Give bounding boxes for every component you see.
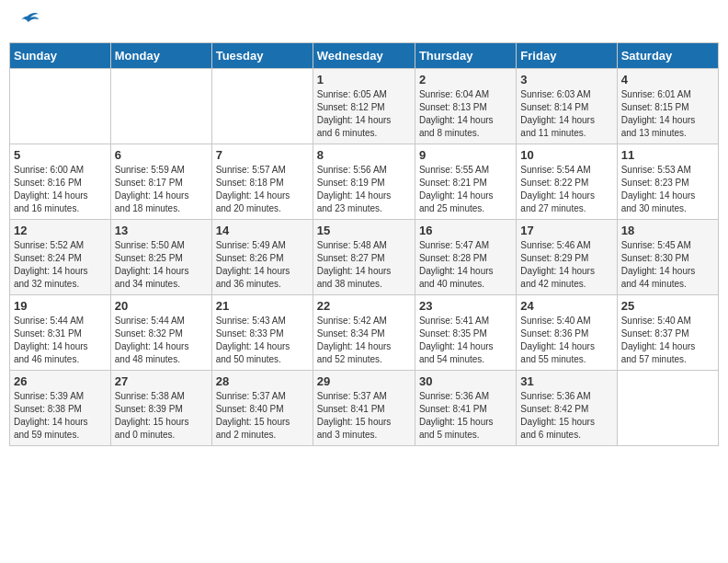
- day-number: 28: [216, 374, 309, 388]
- day-info: Sunrise: 6:05 AM Sunset: 8:12 PM Dayligh…: [317, 88, 411, 140]
- day-info: Sunrise: 5:44 AM Sunset: 8:31 PM Dayligh…: [14, 315, 107, 366]
- calendar-cell: 3Sunrise: 6:03 AM Sunset: 8:14 PM Daylig…: [517, 69, 617, 144]
- day-info: Sunrise: 5:38 AM Sunset: 8:39 PM Dayligh…: [115, 390, 208, 442]
- col-header-monday: Monday: [110, 43, 211, 69]
- day-info: Sunrise: 6:00 AM Sunset: 8:16 PM Dayligh…: [14, 164, 107, 215]
- day-number: 12: [14, 224, 107, 237]
- day-info: Sunrise: 6:04 AM Sunset: 8:13 PM Dayligh…: [419, 88, 512, 140]
- calendar-table: SundayMondayTuesdayWednesdayThursdayFrid…: [9, 42, 719, 446]
- logo-text: [13, 9, 40, 35]
- day-number: 31: [520, 374, 612, 388]
- day-info: Sunrise: 5:57 AM Sunset: 8:18 PM Dayligh…: [216, 164, 309, 215]
- day-number: 5: [14, 148, 107, 162]
- calendar-cell: 24Sunrise: 5:40 AM Sunset: 8:36 PM Dayli…: [517, 295, 617, 371]
- calendar-cell: 17Sunrise: 5:46 AM Sunset: 8:29 PM Dayli…: [517, 220, 617, 295]
- day-number: 15: [317, 224, 411, 237]
- calendar-cell: 10Sunrise: 5:54 AM Sunset: 8:22 PM Dayli…: [517, 144, 617, 220]
- day-number: 10: [520, 148, 612, 162]
- day-info: Sunrise: 5:59 AM Sunset: 8:17 PM Dayligh…: [115, 164, 208, 215]
- day-number: 22: [317, 299, 411, 313]
- day-info: Sunrise: 5:53 AM Sunset: 8:23 PM Dayligh…: [621, 164, 714, 215]
- calendar-cell: 14Sunrise: 5:49 AM Sunset: 8:26 PM Dayli…: [211, 220, 313, 295]
- day-number: 17: [520, 224, 612, 237]
- day-info: Sunrise: 5:55 AM Sunset: 8:21 PM Dayligh…: [419, 164, 512, 215]
- col-header-thursday: Thursday: [415, 43, 516, 69]
- day-number: 2: [419, 73, 512, 86]
- col-header-tuesday: Tuesday: [211, 43, 313, 69]
- calendar-cell: 2Sunrise: 6:04 AM Sunset: 8:13 PM Daylig…: [415, 69, 516, 144]
- calendar-cell: 23Sunrise: 5:41 AM Sunset: 8:35 PM Dayli…: [415, 295, 516, 371]
- calendar-cell: 29Sunrise: 5:37 AM Sunset: 8:41 PM Dayli…: [313, 371, 415, 446]
- col-header-saturday: Saturday: [617, 43, 718, 69]
- day-number: 4: [621, 73, 714, 86]
- day-info: Sunrise: 5:41 AM Sunset: 8:35 PM Dayligh…: [419, 315, 512, 366]
- day-number: 18: [621, 224, 714, 237]
- day-info: Sunrise: 5:54 AM Sunset: 8:22 PM Dayligh…: [520, 164, 612, 215]
- day-number: 29: [317, 374, 411, 388]
- calendar-cell: 1Sunrise: 6:05 AM Sunset: 8:12 PM Daylig…: [313, 69, 415, 144]
- day-info: Sunrise: 5:49 AM Sunset: 8:26 PM Dayligh…: [216, 239, 309, 291]
- col-header-friday: Friday: [517, 43, 617, 69]
- calendar-cell: 22Sunrise: 5:42 AM Sunset: 8:34 PM Dayli…: [313, 295, 415, 371]
- calendar-cell: 4Sunrise: 6:01 AM Sunset: 8:15 PM Daylig…: [617, 69, 718, 144]
- day-info: Sunrise: 5:37 AM Sunset: 8:41 PM Dayligh…: [317, 390, 411, 442]
- calendar-cell: 15Sunrise: 5:48 AM Sunset: 8:27 PM Dayli…: [313, 220, 415, 295]
- calendar-cell: 28Sunrise: 5:37 AM Sunset: 8:40 PM Dayli…: [211, 371, 313, 446]
- calendar-cell: [10, 69, 111, 144]
- day-info: Sunrise: 5:36 AM Sunset: 8:42 PM Dayligh…: [520, 390, 612, 442]
- day-info: Sunrise: 5:39 AM Sunset: 8:38 PM Dayligh…: [14, 390, 107, 442]
- calendar-cell: 16Sunrise: 5:47 AM Sunset: 8:28 PM Dayli…: [415, 220, 516, 295]
- calendar-cell: [617, 371, 718, 446]
- calendar-cell: 31Sunrise: 5:36 AM Sunset: 8:42 PM Dayli…: [517, 371, 617, 446]
- calendar-cell: 25Sunrise: 5:40 AM Sunset: 8:37 PM Dayli…: [617, 295, 718, 371]
- col-header-wednesday: Wednesday: [313, 43, 415, 69]
- calendar-cell: 7Sunrise: 5:57 AM Sunset: 8:18 PM Daylig…: [211, 144, 313, 220]
- week-row: 19Sunrise: 5:44 AM Sunset: 8:31 PM Dayli…: [10, 295, 719, 371]
- day-number: 25: [621, 299, 714, 313]
- day-info: Sunrise: 5:46 AM Sunset: 8:29 PM Dayligh…: [520, 239, 612, 291]
- day-number: 7: [216, 148, 309, 162]
- calendar-cell: 20Sunrise: 5:44 AM Sunset: 8:32 PM Dayli…: [110, 295, 211, 371]
- calendar-cell: 21Sunrise: 5:43 AM Sunset: 8:33 PM Dayli…: [211, 295, 313, 371]
- logo: [13, 9, 40, 35]
- day-number: 11: [621, 148, 714, 162]
- day-number: 27: [115, 374, 208, 388]
- day-number: 13: [115, 224, 208, 237]
- day-info: Sunrise: 5:47 AM Sunset: 8:28 PM Dayligh…: [419, 239, 512, 291]
- day-info: Sunrise: 5:40 AM Sunset: 8:36 PM Dayligh…: [520, 315, 612, 366]
- calendar-cell: 26Sunrise: 5:39 AM Sunset: 8:38 PM Dayli…: [10, 371, 111, 446]
- day-number: 20: [115, 299, 208, 313]
- calendar-cell: 6Sunrise: 5:59 AM Sunset: 8:17 PM Daylig…: [110, 144, 211, 220]
- day-number: 16: [419, 224, 512, 237]
- calendar-cell: 5Sunrise: 6:00 AM Sunset: 8:16 PM Daylig…: [10, 144, 111, 220]
- day-info: Sunrise: 5:44 AM Sunset: 8:32 PM Dayligh…: [115, 315, 208, 366]
- day-number: 6: [115, 148, 208, 162]
- week-row: 1Sunrise: 6:05 AM Sunset: 8:12 PM Daylig…: [10, 69, 719, 144]
- day-info: Sunrise: 5:37 AM Sunset: 8:40 PM Dayligh…: [216, 390, 309, 442]
- day-number: 21: [216, 299, 309, 313]
- day-info: Sunrise: 6:01 AM Sunset: 8:15 PM Dayligh…: [621, 88, 714, 140]
- day-info: Sunrise: 5:43 AM Sunset: 8:33 PM Dayligh…: [216, 315, 309, 366]
- calendar-cell: 8Sunrise: 5:56 AM Sunset: 8:19 PM Daylig…: [313, 144, 415, 220]
- day-info: Sunrise: 5:50 AM Sunset: 8:25 PM Dayligh…: [115, 239, 208, 291]
- day-info: Sunrise: 5:52 AM Sunset: 8:24 PM Dayligh…: [14, 239, 107, 291]
- calendar-cell: 11Sunrise: 5:53 AM Sunset: 8:23 PM Dayli…: [617, 144, 718, 220]
- calendar-cell: 9Sunrise: 5:55 AM Sunset: 8:21 PM Daylig…: [415, 144, 516, 220]
- day-number: 24: [520, 299, 612, 313]
- day-number: 9: [419, 148, 512, 162]
- week-row: 12Sunrise: 5:52 AM Sunset: 8:24 PM Dayli…: [10, 220, 719, 295]
- col-header-sunday: Sunday: [10, 43, 111, 69]
- week-row: 26Sunrise: 5:39 AM Sunset: 8:38 PM Dayli…: [10, 371, 719, 446]
- day-number: 26: [14, 374, 107, 388]
- day-info: Sunrise: 5:42 AM Sunset: 8:34 PM Dayligh…: [317, 315, 411, 366]
- day-number: 19: [14, 299, 107, 313]
- day-info: Sunrise: 5:56 AM Sunset: 8:19 PM Dayligh…: [317, 164, 411, 215]
- calendar-cell: 27Sunrise: 5:38 AM Sunset: 8:39 PM Dayli…: [110, 371, 211, 446]
- day-info: Sunrise: 5:48 AM Sunset: 8:27 PM Dayligh…: [317, 239, 411, 291]
- calendar-cell: 12Sunrise: 5:52 AM Sunset: 8:24 PM Dayli…: [10, 220, 111, 295]
- calendar-cell: 19Sunrise: 5:44 AM Sunset: 8:31 PM Dayli…: [10, 295, 111, 371]
- calendar-cell: [110, 69, 211, 144]
- day-info: Sunrise: 6:03 AM Sunset: 8:14 PM Dayligh…: [520, 88, 612, 140]
- day-info: Sunrise: 5:45 AM Sunset: 8:30 PM Dayligh…: [621, 239, 714, 291]
- calendar-cell: [211, 69, 313, 144]
